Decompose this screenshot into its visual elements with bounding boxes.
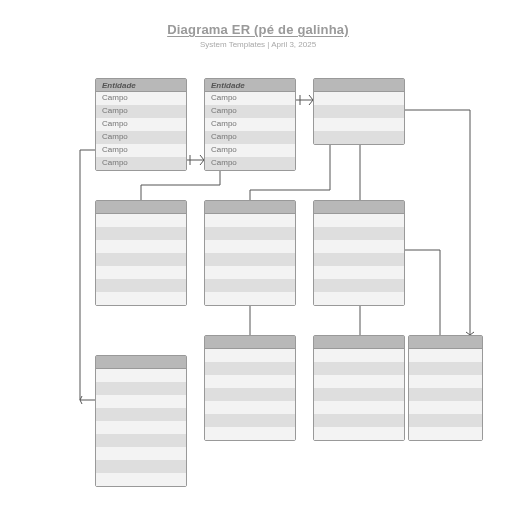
entity-header [314, 336, 404, 349]
entity-body [409, 349, 482, 440]
entity-field-row [96, 227, 186, 240]
entity-body [314, 349, 404, 440]
diagram-subtitle: System Templates | April 3, 2025 [0, 40, 516, 49]
entity-body [314, 214, 404, 305]
entity-e10[interactable] [408, 335, 483, 441]
entity-field-row [205, 349, 295, 362]
entity-field-row [205, 375, 295, 388]
entity-body [205, 349, 295, 440]
entity-field-row [205, 292, 295, 305]
entity-field-row [314, 349, 404, 362]
entity-field-row [314, 362, 404, 375]
entity-e3[interactable] [313, 78, 405, 145]
entity-field-row [205, 414, 295, 427]
er-diagram-canvas: Diagrama ER (pé de galinha) System Templ… [0, 0, 516, 516]
entity-field-row [96, 369, 186, 382]
entity-field-row [96, 382, 186, 395]
entity-field-row [205, 427, 295, 440]
entity-e5[interactable] [204, 200, 296, 306]
entity-body: CampoCampoCampoCampoCampoCampo [96, 92, 186, 170]
entity-field-row [314, 227, 404, 240]
entity-e1[interactable]: EntidadeCampoCampoCampoCampoCampoCampo [95, 78, 187, 171]
entity-field-row: Campo [205, 92, 295, 105]
entity-field-row [205, 266, 295, 279]
entity-field-row [205, 240, 295, 253]
entity-field-row [205, 214, 295, 227]
entity-field-row: Campo [96, 144, 186, 157]
entity-field-row [314, 266, 404, 279]
entity-body [314, 92, 404, 144]
entity-e7[interactable] [95, 355, 187, 487]
entity-e4[interactable] [95, 200, 187, 306]
entity-header [96, 201, 186, 214]
entity-field-row: Campo [205, 105, 295, 118]
entity-field-row [96, 279, 186, 292]
entity-field-row [314, 131, 404, 144]
entity-field-row [205, 401, 295, 414]
entity-field-row [205, 253, 295, 266]
entity-field-row [409, 362, 482, 375]
entity-field-row [314, 292, 404, 305]
entity-header [205, 201, 295, 214]
entity-field-row: Campo [96, 131, 186, 144]
entity-header [314, 79, 404, 92]
entity-field-row [409, 349, 482, 362]
entity-e6[interactable] [313, 200, 405, 306]
entity-field-row [205, 362, 295, 375]
entity-field-row [314, 427, 404, 440]
entity-field-row [409, 375, 482, 388]
entity-field-row: Campo [205, 144, 295, 157]
entity-field-row [205, 227, 295, 240]
entity-field-row [409, 414, 482, 427]
entity-field-row [409, 401, 482, 414]
entity-header: Entidade [205, 79, 295, 92]
entity-field-row [96, 460, 186, 473]
entity-body [205, 214, 295, 305]
entity-field-row [96, 395, 186, 408]
entity-field-row: Campo [96, 157, 186, 170]
entity-body: CampoCampoCampoCampoCampoCampo [205, 92, 295, 170]
diagram-title: Diagrama ER (pé de galinha) [0, 22, 516, 37]
entity-header: Entidade [96, 79, 186, 92]
entity-body [96, 369, 186, 486]
entity-field-row: Campo [205, 157, 295, 170]
entity-field-row [205, 279, 295, 292]
entity-field-row: Campo [205, 131, 295, 144]
entity-body [96, 214, 186, 305]
entity-field-row [314, 401, 404, 414]
entity-field-row [205, 388, 295, 401]
entity-field-row [96, 292, 186, 305]
entity-field-row [96, 253, 186, 266]
entity-e2[interactable]: EntidadeCampoCampoCampoCampoCampoCampo [204, 78, 296, 171]
entity-field-row [96, 408, 186, 421]
entity-field-row: Campo [96, 118, 186, 131]
entity-field-row [314, 375, 404, 388]
entity-field-row [314, 279, 404, 292]
entity-field-row: Campo [205, 118, 295, 131]
entity-header [314, 201, 404, 214]
entity-field-row [96, 434, 186, 447]
entity-field-row [96, 421, 186, 434]
entity-field-row [409, 427, 482, 440]
entity-field-row [96, 266, 186, 279]
entity-e9[interactable] [313, 335, 405, 441]
entity-field-row [314, 92, 404, 105]
entity-field-row [314, 253, 404, 266]
entity-header [409, 336, 482, 349]
entity-header [96, 356, 186, 369]
entity-field-row [96, 447, 186, 460]
svg-line-12 [80, 400, 82, 404]
entity-field-row [314, 105, 404, 118]
entity-field-row [314, 240, 404, 253]
entity-field-row [314, 214, 404, 227]
entity-field-row [96, 473, 186, 486]
entity-e8[interactable] [204, 335, 296, 441]
entity-field-row [314, 388, 404, 401]
entity-field-row: Campo [96, 105, 186, 118]
entity-field-row [96, 214, 186, 227]
entity-field-row [314, 118, 404, 131]
entity-field-row: Campo [96, 92, 186, 105]
entity-field-row [96, 240, 186, 253]
entity-header [205, 336, 295, 349]
entity-field-row [409, 388, 482, 401]
